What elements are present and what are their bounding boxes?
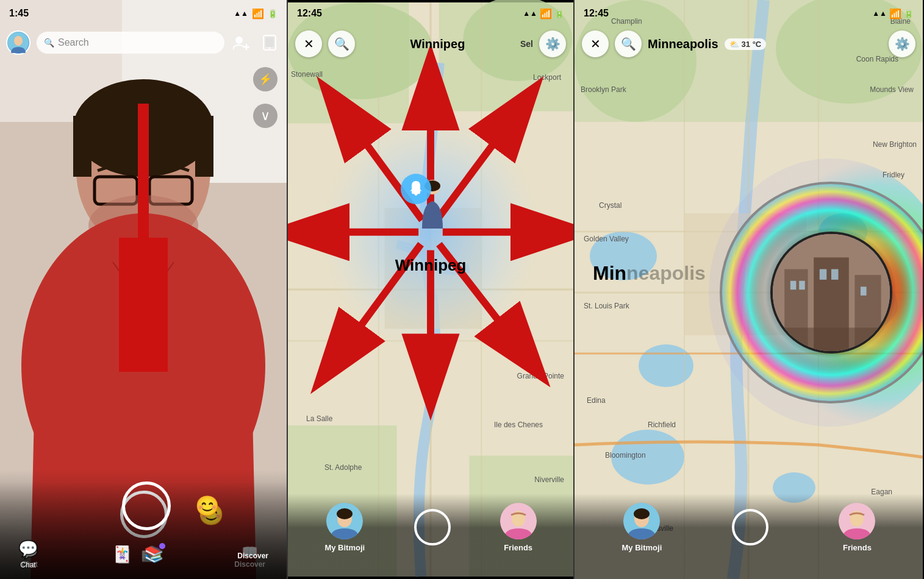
center-nav: 🃏 📚 (112, 545, 163, 564)
close-button-map3[interactable]: ✕ (582, 30, 609, 57)
search-icon-map2: 🔍 (334, 37, 349, 51)
avatar-bitmoji (7, 32, 29, 54)
svg-rect-6 (195, 116, 213, 177)
snapchat-ghost-icon (401, 174, 431, 204)
discover-nav-label-item[interactable]: Discover (237, 549, 268, 560)
time-map2: 12:45 (297, 8, 322, 19)
winnipeg-city-label: Winnipeg (395, 256, 467, 275)
discover-label: Discover (237, 552, 268, 560)
gear-icon-map2: ⚙️ (545, 37, 560, 51)
svg-rect-80 (831, 269, 839, 280)
snap-tray-circle-3 (732, 509, 768, 545)
minneapolis-text: Min (593, 262, 626, 284)
snap-preview-image (773, 234, 890, 351)
phone-icon[interactable] (259, 32, 281, 54)
sel-label: Sel (520, 39, 533, 49)
bitmoji-female-icon (500, 503, 537, 539)
discover-nav-item[interactable]: 📚 (144, 545, 163, 564)
snap-tray-circle (414, 509, 451, 545)
map-bottom-tray-2: My Bitmoji Friends (288, 494, 573, 579)
temperature: 31 °C (742, 40, 762, 49)
friends-avatar (500, 503, 537, 539)
wifi-icon-map2: 📶 (540, 8, 552, 20)
map-top-controls-3: ✕ 🔍 Minneapolis ⛅ 31 °C ⚙️ (575, 27, 923, 61)
svg-point-22 (269, 48, 271, 49)
settings-button-map2[interactable]: ⚙️ (539, 30, 566, 57)
emoji-button[interactable]: 😊 (195, 494, 220, 517)
friends-tray[interactable]: Friends (500, 503, 537, 552)
svg-point-59 (639, 344, 693, 387)
signal-icon-map3: ▲▲ (872, 9, 887, 18)
status-time: 1:45 (9, 8, 29, 19)
x-icon-map3: ✕ (590, 37, 601, 51)
svg-point-62 (611, 430, 684, 485)
wifi-icon: 📶 (252, 8, 264, 20)
friends-tray-3[interactable]: Friends (839, 503, 875, 552)
svg-point-37 (322, 112, 540, 353)
map-title-2: Winnipeg (361, 37, 514, 51)
status-bar-map3: 12:45 ▲▲ 📶 🔋 (575, 0, 923, 27)
bitmoji-female-icon-3 (839, 503, 875, 539)
capture-button[interactable] (122, 481, 171, 530)
x-icon: ✕ (304, 37, 314, 51)
right-icons: ⚡ ∨ (253, 67, 278, 128)
add-friend-button[interactable] (231, 32, 252, 54)
snap-preview-circle[interactable] (770, 232, 892, 353)
signal-icon: ▲▲ (234, 9, 248, 18)
my-bitmoji-label-3: My Bitmoji (622, 543, 662, 552)
friends-label: Friends (504, 543, 532, 552)
search-icon-map3: 🔍 (621, 37, 636, 51)
close-button-map2[interactable]: ✕ (295, 30, 322, 57)
svg-rect-79 (820, 269, 827, 280)
svg-rect-77 (790, 281, 797, 290)
search-placeholder: Search (58, 37, 89, 48)
svg-rect-21 (265, 37, 274, 47)
gear-icon-map3: ⚙️ (895, 37, 910, 51)
winnipeg-map-svg (288, 0, 573, 579)
chat-icon: 💬 (18, 539, 38, 558)
status-bar-map2: 12:45 ▲▲ 📶 🔋 (288, 0, 573, 27)
svg-rect-81 (861, 286, 867, 295)
minneapolis-title-text: Minneapolis (648, 37, 718, 51)
winnipeg-map-panel: Lockport Stonewall Grande Pointe La Sall… (287, 0, 575, 579)
my-bitmoji-tray-3[interactable]: My Bitmoji (622, 503, 662, 552)
weather-badge: ⛅ 31 °C (725, 38, 767, 50)
svg-point-85 (634, 508, 650, 519)
svg-point-51 (337, 508, 353, 519)
search-button-map2[interactable]: 🔍 (328, 30, 355, 57)
bitmoji-male-icon (326, 503, 363, 539)
cloud-icon: ⛅ (729, 40, 739, 49)
minneapolis-text-rest: neapolis (626, 262, 706, 284)
my-bitmoji-avatar-3 (623, 503, 660, 539)
memories-icon[interactable]: 🃏 (112, 545, 132, 564)
down-arrow-svg (119, 104, 168, 372)
minneapolis-city-label: Minneapolis (593, 262, 706, 285)
snap-tray-center (414, 509, 451, 545)
signal-icon-map2: ▲▲ (523, 9, 537, 18)
minneapolis-map-panel: Champlin Blaine Coon Rapids Brooklyn Par… (575, 0, 923, 579)
search-bar[interactable]: 🔍 Search (37, 32, 224, 54)
status-bar: 1:45 ▲▲ 📶 🔋 (0, 0, 287, 27)
status-right-map2: ▲▲ 📶 🔋 (523, 8, 564, 20)
battery-icon-map2: 🔋 (554, 9, 564, 18)
flash-button[interactable]: ⚡ (253, 67, 278, 91)
svg-rect-78 (799, 281, 805, 290)
chevron-down-icon: ∨ (260, 109, 270, 123)
my-bitmoji-avatar (326, 503, 363, 539)
svg-point-16 (14, 36, 23, 46)
settings-button-map3[interactable]: ⚙️ (889, 30, 915, 57)
status-icons: ▲▲ 📶 🔋 (234, 8, 278, 20)
my-bitmoji-label: My Bitmoji (324, 543, 365, 552)
svg-point-17 (235, 37, 243, 44)
search-icon: 🔍 (44, 38, 54, 48)
chat-nav-item[interactable]: 💬 Chat (18, 539, 38, 569)
battery-icon-map3: 🔋 (904, 9, 914, 18)
chevron-down-button[interactable]: ∨ (253, 104, 278, 128)
search-button-map3[interactable]: 🔍 (615, 30, 642, 57)
my-bitmoji-tray[interactable]: My Bitmoji (324, 503, 365, 552)
bottom-bar: 😊 💬 Chat 🃏 📚 Discover (0, 469, 287, 579)
capture-row: 😊 (67, 481, 220, 530)
avatar[interactable] (6, 30, 30, 55)
camera-panel: 1:45 ▲▲ 📶 🔋 🔍 Search (0, 0, 287, 579)
top-bar: 🔍 Search (0, 27, 287, 59)
